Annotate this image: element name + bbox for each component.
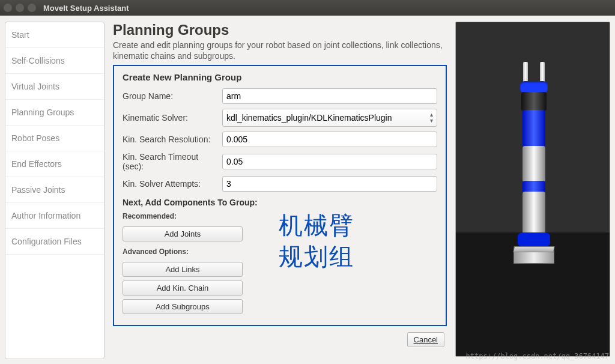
robot-3d-viewport[interactable] xyxy=(455,22,610,357)
link-lower-silver xyxy=(523,192,545,234)
form-title: Create New Planning Group xyxy=(123,72,437,82)
label-group-name: Group Name: xyxy=(123,91,219,101)
input-resolution[interactable] xyxy=(222,132,437,147)
app-window: MoveIt Setup Assistant Start Self-Collis… xyxy=(0,0,615,364)
link-upper-blue xyxy=(523,110,545,147)
gripper-finger-right xyxy=(540,62,545,83)
input-group-name[interactable] xyxy=(222,88,437,104)
gripper-finger-left xyxy=(523,62,528,83)
advanced-header: Advanced Options: xyxy=(123,247,243,256)
sidebar-item-author-information[interactable]: Author Information xyxy=(5,203,104,229)
pedestal-top-face xyxy=(513,246,554,252)
add-kin-chain-button[interactable]: Add Kin. Chain xyxy=(123,281,243,296)
annotation-text: 机械臂 规划组 xyxy=(279,210,354,272)
link-elbow-blue xyxy=(523,181,545,193)
minimize-icon[interactable] xyxy=(16,4,24,12)
link-wrist-joint xyxy=(521,92,547,111)
components-title: Next, Add Components To Group: xyxy=(123,198,437,207)
input-attempts[interactable] xyxy=(222,176,437,192)
add-buttons-column: Recommended: Add Joints Advanced Options… xyxy=(123,210,243,314)
recommended-header: Recommended: xyxy=(123,212,243,220)
sidebar-item-configuration-files[interactable]: Configuration Files xyxy=(5,229,104,255)
select-solver-value: kdl_kinematics_plugin/KDLKinematicsPlugi… xyxy=(226,113,392,123)
input-timeout[interactable] xyxy=(222,154,437,169)
link-base-blue xyxy=(518,232,550,247)
window-title: MoveIt Setup Assistant xyxy=(43,4,129,13)
select-solver[interactable]: kdl_kinematics_plugin/KDLKinematicsPlugi… xyxy=(222,109,437,127)
chevron-updown-icon: ▴▾ xyxy=(430,112,433,124)
link-upper-silver xyxy=(523,146,545,182)
sidebar: Start Self-Collisions Virtual Joints Pla… xyxy=(5,22,105,359)
add-joints-button[interactable]: Add Joints xyxy=(123,226,243,241)
sidebar-item-virtual-joints[interactable]: Virtual Joints xyxy=(5,74,104,100)
row-resolution: Kin. Search Resolution: xyxy=(123,132,437,147)
add-subgroups-button[interactable]: Add Subgroups xyxy=(123,299,243,314)
titlebar: MoveIt Setup Assistant xyxy=(0,0,615,16)
sidebar-item-passive-joints[interactable]: Passive Joints xyxy=(5,177,104,203)
page-title: Planning Groups xyxy=(113,22,447,38)
watermark-text: https://blog.csdn.net/qq_36764147 xyxy=(466,352,609,360)
robot-pedestal xyxy=(514,250,554,264)
close-icon[interactable] xyxy=(4,4,12,12)
components-row: Recommended: Add Joints Advanced Options… xyxy=(123,210,437,314)
maximize-icon[interactable] xyxy=(28,4,36,12)
window-controls xyxy=(4,4,36,12)
row-solver: Kinematic Solver: kdl_kinematics_plugin/… xyxy=(123,109,437,127)
sidebar-item-start[interactable]: Start xyxy=(5,22,104,48)
sidebar-item-end-effectors[interactable]: End Effectors xyxy=(5,151,104,177)
form-footer: Cancel xyxy=(113,326,447,347)
sidebar-item-robot-poses[interactable]: Robot Poses xyxy=(5,126,104,151)
row-group-name: Group Name: xyxy=(123,88,437,104)
label-solver: Kinematic Solver: xyxy=(123,113,219,123)
link-wrist-disc xyxy=(520,81,548,93)
label-resolution: Kin. Search Resolution: xyxy=(123,135,219,144)
sidebar-item-planning-groups[interactable]: Planning Groups xyxy=(5,100,104,126)
add-links-button[interactable]: Add Links xyxy=(123,262,243,277)
main-panel: Planning Groups Create and edit planning… xyxy=(105,22,455,359)
label-timeout: Kin. Search Timeout (sec): xyxy=(123,152,219,171)
sidebar-item-self-collisions[interactable]: Self-Collisions xyxy=(5,48,104,74)
app-body: Start Self-Collisions Virtual Joints Pla… xyxy=(0,16,615,364)
row-timeout: Kin. Search Timeout (sec): xyxy=(123,152,437,171)
create-group-form: Create New Planning Group Group Name: Ki… xyxy=(113,65,447,326)
label-attempts: Kin. Solver Attempts: xyxy=(123,179,219,189)
cancel-button[interactable]: Cancel xyxy=(407,332,444,347)
page-subtitle: Create and edit planning groups for your… xyxy=(113,40,447,61)
row-attempts: Kin. Solver Attempts: xyxy=(123,176,437,192)
